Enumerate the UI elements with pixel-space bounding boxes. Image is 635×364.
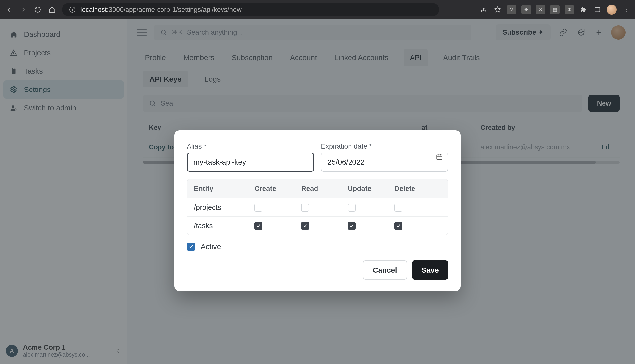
checkbox-tasks-create[interactable] [255, 222, 262, 230]
reload-icon[interactable] [33, 5, 42, 14]
extension-icon[interactable]: V [507, 5, 516, 14]
star-icon[interactable] [493, 5, 502, 14]
calendar-icon[interactable] [436, 154, 443, 160]
browser-chrome: localhost:3000/app/acme-corp-1/settings/… [0, 0, 635, 19]
checkbox-tasks-delete[interactable] [394, 222, 402, 230]
extension-icon[interactable]: S [536, 5, 545, 14]
perm-col-entity: Entity [194, 185, 255, 193]
modal-actions: Cancel Save [187, 260, 448, 280]
alias-label: Alias * [187, 142, 314, 150]
checkbox-tasks-update[interactable] [348, 222, 356, 230]
extension-icon[interactable]: ▦ [550, 5, 559, 14]
more-icon[interactable] [621, 5, 630, 14]
perm-row-tasks: /tasks [187, 216, 448, 235]
url-bar[interactable]: localhost:3000/app/acme-corp-1/settings/… [62, 3, 439, 16]
active-row[interactable]: Active [187, 242, 448, 251]
share-icon[interactable] [479, 5, 488, 14]
back-icon[interactable] [5, 5, 14, 14]
perm-entity: /projects [194, 203, 255, 212]
home-icon[interactable] [48, 5, 57, 14]
cancel-button[interactable]: Cancel [363, 260, 407, 280]
active-checkbox[interactable] [187, 242, 195, 251]
forward-icon[interactable] [19, 5, 28, 14]
extensions-icon[interactable] [579, 5, 588, 14]
panel-icon[interactable] [593, 5, 602, 14]
perm-col-read: Read [301, 185, 348, 193]
expiration-field: Expiration date * [321, 142, 448, 172]
svg-point-4 [625, 9, 626, 10]
info-icon[interactable] [68, 5, 77, 14]
perm-row-projects: /projects [187, 198, 448, 216]
checkbox-tasks-read[interactable] [301, 222, 309, 230]
perm-col-create: Create [255, 185, 301, 193]
checkbox-projects-create[interactable] [255, 204, 262, 212]
save-button[interactable]: Save [412, 260, 448, 280]
svg-rect-2 [595, 8, 600, 12]
perm-col-update: Update [348, 185, 394, 193]
expiration-label: Expiration date * [321, 142, 448, 150]
extension-icon[interactable]: ✱ [564, 5, 574, 14]
alias-field: Alias * [187, 142, 314, 172]
checkbox-projects-delete[interactable] [394, 204, 402, 212]
expiration-input[interactable] [321, 153, 448, 172]
new-api-key-modal: Alias * Expiration date * Entity Create … [174, 130, 461, 291]
chrome-right: V ❖ S ▦ ✱ [479, 5, 630, 15]
checkbox-projects-update[interactable] [348, 204, 356, 212]
svg-rect-15 [437, 155, 442, 160]
checkbox-projects-read[interactable] [301, 204, 309, 212]
svg-point-5 [625, 11, 626, 12]
permissions-table: Entity Create Read Update Delete /projec… [187, 179, 448, 235]
url-text: localhost:3000/app/acme-corp-1/settings/… [80, 6, 242, 14]
app-shell: Dashboard Projects Tasks Settings [0, 19, 635, 364]
extension-icon[interactable]: ❖ [521, 5, 531, 14]
perm-col-delete: Delete [394, 185, 441, 193]
alias-input[interactable] [187, 153, 314, 172]
active-label: Active [201, 242, 221, 251]
svg-point-3 [625, 8, 626, 9]
perm-entity: /tasks [194, 222, 255, 230]
chrome-avatar[interactable] [607, 5, 617, 15]
